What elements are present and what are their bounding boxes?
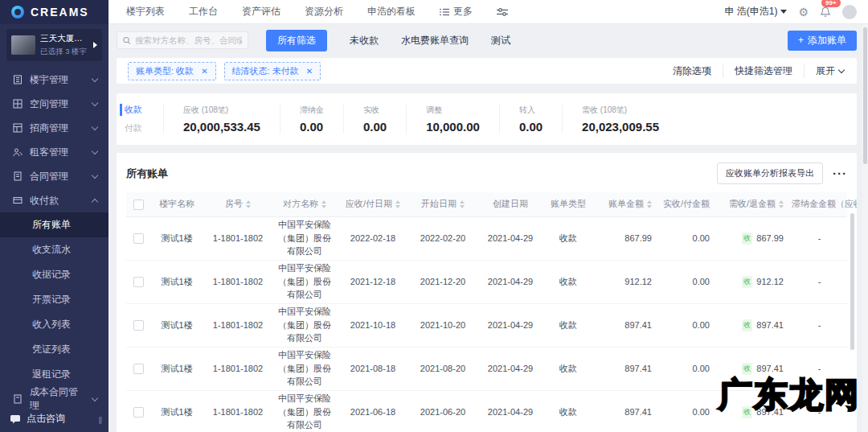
sort-icon[interactable] (647, 200, 652, 208)
nav-workbench[interactable]: 工作台 (189, 5, 218, 19)
nav-building-list[interactable]: 楼宇列表 (126, 5, 165, 19)
sidebar-subitem-voucher-list[interactable]: 凭证列表 (0, 337, 108, 362)
sidebar-subitem-receipts[interactable]: 收据记录 (0, 262, 108, 287)
sidebar-item-payments[interactable]: 收付款 (0, 188, 108, 212)
sidebar-item-label: 租客管理 (30, 146, 85, 159)
need-value: 912.12 (756, 277, 784, 286)
sort-icon[interactable] (460, 200, 465, 208)
cell-amount: 897.41 (592, 390, 660, 432)
nav-dashboard[interactable]: 申浩的看板 (367, 5, 416, 19)
sidebar-item-contract-mgmt[interactable]: 合同管理 (0, 164, 108, 188)
sidebar-subitem-lease-termination[interactable]: 退租记录 (0, 362, 108, 387)
consult-button[interactable]: 点击咨询 (0, 412, 108, 426)
stat-transfer-in: 转入 0.00 (499, 105, 562, 134)
more-options-icon[interactable]: ··· (833, 167, 847, 180)
page-scrollbar[interactable] (862, 24, 868, 432)
grid-icon (13, 99, 23, 109)
sidebar-item-space-mgmt[interactable]: 空间管理 (0, 92, 108, 116)
tab-test[interactable]: 测试 (491, 34, 510, 47)
building-subtitle: 已选择 3 楼宇 (40, 47, 88, 57)
col-due-date[interactable]: 应收/付日期 (337, 192, 409, 216)
row-checkbox[interactable] (133, 364, 144, 374)
receive-tag: 收 (742, 319, 752, 332)
select-all-checkbox[interactable] (133, 200, 144, 210)
row-checkbox[interactable] (133, 320, 144, 331)
notifications-button[interactable]: 99+ (820, 5, 831, 19)
submenu-label: 收支流水 (32, 243, 71, 257)
table-row[interactable]: 测试1楼 1-1801-1802 中国平安保险（集团）股份有限公司 2021-1… (126, 303, 847, 347)
table-row[interactable]: 测试1楼 1-1801-1802 中国平安保险（集团）股份有限公司 2021-0… (126, 390, 847, 432)
col-room[interactable]: 房号 (203, 192, 272, 216)
summary-tabs: 收款 付款 (117, 104, 163, 134)
col-need-amount[interactable]: 需收/退金额 (718, 192, 792, 216)
search-input[interactable] (135, 35, 242, 45)
sidebar-item-cost-contract-mgmt[interactable]: 成本合同管理 (0, 387, 108, 411)
col-amount[interactable]: 账单金额 (592, 192, 660, 216)
avatar[interactable] (842, 5, 857, 19)
sort-icon[interactable] (395, 200, 400, 208)
nav-resource-analysis[interactable]: 资源分析 (305, 5, 343, 19)
need-value: 897.41 (756, 407, 784, 417)
nav-asset-valuation[interactable]: 资产评估 (242, 5, 280, 19)
cell-created-date: 2021-04-29 (477, 303, 544, 347)
sidebar-item-leasing-mgmt[interactable]: 招商管理 (0, 116, 108, 140)
sidebar-subitem-cashflow[interactable]: 收支流水 (0, 237, 108, 262)
manage-quick-filters-button[interactable]: 快捷筛选管理 (723, 64, 805, 78)
stat-value: 0.00 (363, 120, 387, 134)
sidebar-item-tenant-mgmt[interactable]: 租客管理 (0, 140, 108, 164)
col-start-date[interactable]: 开始日期 (409, 192, 477, 216)
sort-icon[interactable] (321, 200, 326, 208)
gear-icon[interactable]: ⚙ (798, 6, 809, 18)
building-selector[interactable]: 三天大厦、杭州湾... 已选择 3 楼宇 (6, 29, 102, 61)
scrollbar-thumb[interactable] (863, 27, 867, 164)
creams-logo-icon (11, 6, 24, 19)
cell-created-date: 2021-04-29 (477, 347, 544, 390)
brand-logo[interactable]: CREAMS (0, 0, 108, 24)
nav-more[interactable]: 更多 (440, 5, 473, 19)
clear-filters-button[interactable]: 清除选项 (661, 64, 723, 78)
tab-utility-bills[interactable]: 水电费账单查询 (401, 34, 469, 47)
search-box[interactable] (117, 31, 248, 49)
collapse-sidebar-icon[interactable]: ⫼ (98, 416, 102, 426)
table-row[interactable]: 测试1楼 1-1801-1802 中国平安保险（集团）股份有限公司 2021-1… (126, 260, 847, 303)
sort-icon[interactable] (246, 200, 251, 208)
col-counterparty[interactable]: 对方名称 (272, 192, 337, 216)
sidebar-item-building-mgmt[interactable]: 楼宇管理 (0, 68, 108, 92)
table-row[interactable]: 测试1楼 1-1801-1802 中国平安保险（集团）股份有限公司 2022-0… (126, 216, 847, 260)
user-menu[interactable]: 申 浩(申浩1) (724, 5, 787, 19)
add-bill-button[interactable]: + 添加账单 (788, 31, 857, 51)
sliders-icon[interactable] (497, 7, 508, 17)
export-report-button[interactable]: 应收账单分析报表导出 (717, 163, 823, 184)
sidebar-subitem-invoices[interactable]: 开票记录 (0, 287, 108, 312)
row-checkbox[interactable] (133, 407, 144, 418)
summary-tab-receive[interactable]: 收款 (117, 104, 163, 116)
table-row[interactable]: 测试1楼 1-1801-1802 中国平安保险（集团）股份有限公司 2021-0… (126, 347, 847, 390)
cell-due-date: 2021-06-18 (337, 390, 409, 432)
sidebar-subitem-income-list[interactable]: 收入列表 (0, 312, 108, 337)
cell-building: 测试1楼 (150, 303, 203, 347)
summary-tab-pay[interactable]: 付款 (117, 122, 163, 134)
close-icon[interactable]: ✕ (201, 67, 207, 76)
table-scrollbar[interactable] (850, 213, 854, 350)
cell-bill-type: 收款 (544, 216, 592, 260)
tab-all-filters[interactable]: 所有筛选 (266, 30, 327, 51)
tab-unpaid[interactable]: 未收款 (350, 34, 379, 47)
sidebar-subitem-all-bills[interactable]: 所有账单 (0, 212, 108, 237)
stat-label: 调整 (426, 105, 480, 116)
submenu-label: 退租记录 (32, 368, 71, 381)
row-checkbox[interactable] (133, 277, 144, 287)
sidebar-item-label: 招商管理 (30, 121, 85, 135)
cell-amount: 912.12 (592, 260, 660, 303)
col-created-date: 创建日期 (477, 192, 544, 216)
expand-filters-button[interactable]: 展开 (805, 64, 845, 78)
filter-chip-settle-status[interactable]: 结清状态: 未付款 ✕ (224, 62, 321, 80)
sort-icon[interactable] (779, 200, 784, 208)
filter-chip-bill-type[interactable]: 账单类型: 收款 ✕ (128, 62, 216, 80)
top-bar: CREAMS 楼宇列表 工作台 资产评估 资源分析 申浩的看板 更多 申 浩(申… (0, 0, 868, 24)
cell-need: 收912.12 (718, 260, 792, 303)
close-icon[interactable]: ✕ (306, 67, 313, 76)
building-title: 三天大厦、杭州湾... (40, 33, 88, 44)
cell-bill-type: 收款 (544, 347, 592, 390)
cell-due-date: 2021-08-18 (337, 347, 409, 390)
row-checkbox[interactable] (133, 233, 144, 244)
